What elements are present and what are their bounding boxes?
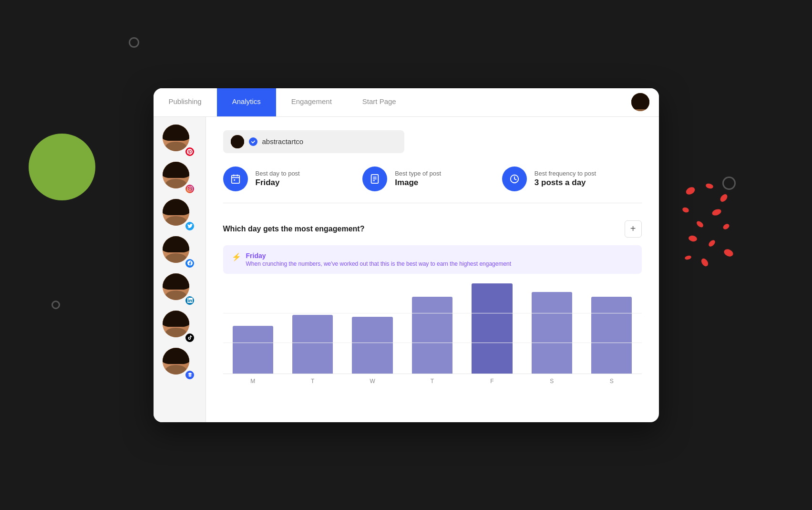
stat-text-best-day: Best day to post Friday xyxy=(256,170,300,187)
stat-icon-document xyxy=(362,167,387,191)
bar-label-w: W xyxy=(342,378,402,385)
svg-point-7 xyxy=(688,235,698,242)
bg-decoration-green xyxy=(29,134,95,200)
stat-best-frequency: Best frequency to post 3 posts a day xyxy=(502,167,642,191)
bg-decoration-confetti xyxy=(681,181,738,269)
svg-point-5 xyxy=(696,220,705,229)
account-avatar xyxy=(231,135,244,148)
bg-decoration-circle-left xyxy=(51,301,60,309)
main-content: abstractartco xyxy=(154,117,659,422)
user-avatar-img xyxy=(631,93,649,111)
content-panel: abstractartco xyxy=(206,117,659,422)
bar-s[interactable] xyxy=(532,292,572,373)
bg-decoration-circle-top xyxy=(129,37,139,48)
sidebar-item-buffer[interactable] xyxy=(163,348,196,381)
svg-point-9 xyxy=(723,248,734,258)
svg-point-2 xyxy=(719,193,729,203)
account-selector[interactable]: abstractartco xyxy=(223,130,404,153)
svg-point-4 xyxy=(711,208,722,217)
stat-best-type: Best type of post Image xyxy=(362,167,502,191)
svg-line-23 xyxy=(514,179,516,180)
stat-label-best-day: Best day to post xyxy=(256,170,300,177)
stat-value-best-day: Friday xyxy=(256,178,300,187)
svg-rect-12 xyxy=(231,175,239,183)
insight-description: When crunching the numbers, we've worked… xyxy=(246,260,512,267)
bar-label-s: S xyxy=(522,378,582,385)
stat-value-best-type: Image xyxy=(395,178,441,187)
nav-user-avatar[interactable] xyxy=(622,88,659,116)
tab-start-page[interactable]: Start Page xyxy=(347,88,411,116)
bar-chart: MTWTFSS xyxy=(223,283,642,388)
insight-content: Friday When crunching the numbers, we've… xyxy=(246,252,512,267)
bar-col-f xyxy=(462,283,522,374)
svg-point-1 xyxy=(705,183,714,189)
bar-col-t xyxy=(283,283,342,374)
bar-col-s xyxy=(582,283,641,374)
stat-icon-calendar xyxy=(223,167,248,191)
bar-f[interactable] xyxy=(472,283,512,374)
bar-t[interactable] xyxy=(412,297,452,374)
bar-label-t: T xyxy=(402,378,462,385)
bar-col-t xyxy=(402,283,462,374)
bar-s[interactable] xyxy=(591,297,632,374)
stat-label-best-type: Best type of post xyxy=(395,170,441,177)
bolt-icon: ⚡ xyxy=(232,252,241,261)
stat-icon-clock xyxy=(502,167,527,191)
sidebar-item-instagram[interactable] xyxy=(163,162,196,195)
sidebar-item-facebook[interactable] xyxy=(163,236,196,270)
svg-point-11 xyxy=(700,257,709,267)
stats-row: Best day to post Friday xyxy=(223,167,642,203)
app-window: Publishing Analytics Engagement Start Pa… xyxy=(154,88,659,422)
tab-engagement[interactable]: Engagement xyxy=(276,88,347,116)
bar-col-w xyxy=(342,283,402,374)
sidebar-item-pinterest[interactable] xyxy=(163,125,196,158)
nav-spacer xyxy=(411,88,622,116)
sidebar-item-tiktok[interactable] xyxy=(163,311,196,344)
stat-value-best-freq: 3 posts a day xyxy=(534,178,596,187)
bar-label-t: T xyxy=(283,378,342,385)
stat-label-best-freq: Best frequency to post xyxy=(534,170,596,177)
stat-text-best-freq: Best frequency to post 3 posts a day xyxy=(534,170,596,187)
sidebar-item-linkedin[interactable] xyxy=(163,273,196,307)
svg-rect-16 xyxy=(234,179,235,180)
stat-best-day: Best day to post Friday xyxy=(223,167,363,191)
account-name: abstractartco xyxy=(262,137,397,146)
sidebar xyxy=(154,117,206,422)
bar-m[interactable] xyxy=(233,326,273,373)
insight-banner: ⚡ Friday When crunching the numbers, we'… xyxy=(223,245,642,274)
svg-point-6 xyxy=(722,223,730,230)
add-chart-button[interactable]: + xyxy=(625,220,642,238)
bar-t[interactable] xyxy=(292,315,333,374)
stat-text-best-type: Best type of post Image xyxy=(395,170,441,187)
tab-publishing[interactable]: Publishing xyxy=(154,88,217,116)
bar-w[interactable] xyxy=(352,317,392,373)
bar-col-m xyxy=(223,283,283,374)
chart-title: Which day gets the most engagement? xyxy=(223,225,365,233)
bar-col-s xyxy=(522,283,582,374)
tab-analytics[interactable]: Analytics xyxy=(217,88,276,116)
chart-header: Which day gets the most engagement? + xyxy=(223,220,642,238)
svg-point-8 xyxy=(708,239,716,248)
svg-point-3 xyxy=(682,207,690,213)
chart-section: Which day gets the most engagement? + ⚡ … xyxy=(223,220,642,388)
svg-point-0 xyxy=(685,186,696,196)
bar-label-s: S xyxy=(582,378,641,385)
sidebar-item-twitter[interactable] xyxy=(163,199,196,232)
svg-point-10 xyxy=(684,255,692,260)
account-verified-badge xyxy=(249,137,257,146)
top-nav: Publishing Analytics Engagement Start Pa… xyxy=(154,88,659,117)
bar-label-f: F xyxy=(462,378,522,385)
bar-chart-inner xyxy=(223,283,642,374)
insight-day: Friday xyxy=(246,252,512,260)
bar-label-m: M xyxy=(223,378,283,385)
